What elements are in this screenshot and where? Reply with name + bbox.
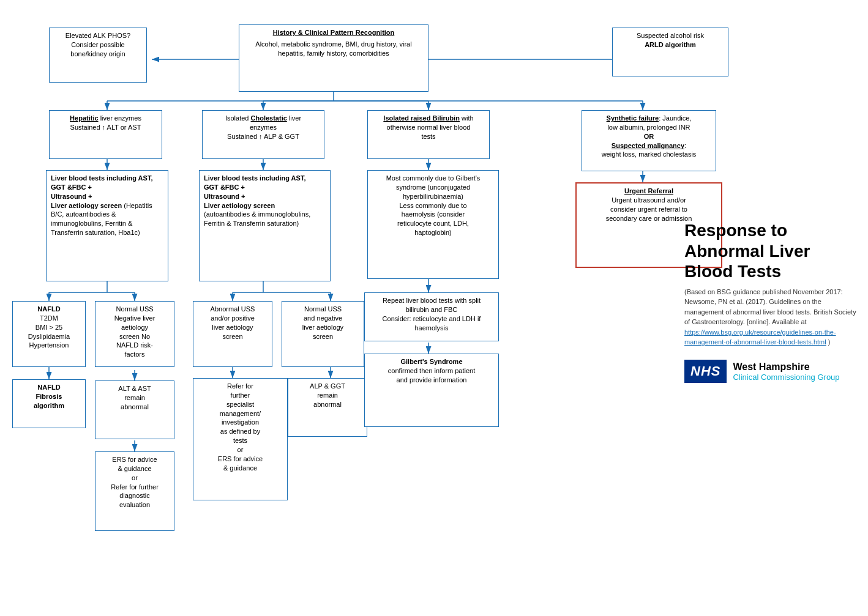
normal-uss2-box: Normal USSand negativeliver aetiologyscr… [282, 301, 364, 367]
hep-tests-text: Liver blood tests including AST,GGT &FBC… [51, 174, 163, 237]
nhs-org-text: West Hampshire Clinical Commissioning Gr… [733, 361, 839, 382]
response-title: Response to Abnormal Liver Blood Tests [684, 220, 862, 282]
hep-tests-box: Liver blood tests including AST,GGT &FBC… [46, 170, 168, 281]
diagram: History & Clinical Pattern Recognition A… [0, 0, 868, 616]
side-panel: Response to Abnormal Liver Blood Tests (… [684, 220, 862, 383]
bilirubin-text: Isolated raised Bilirubin withotherwise … [372, 114, 485, 141]
alkphos-text: Elevated ALK PHOS? Consider possible bon… [54, 31, 142, 59]
hepatitic-text: Hepatitic liver enzymesSustained ↑ ALT o… [54, 114, 157, 132]
refer-specialist-text: Refer forfurtherspecialistmanagement/inv… [198, 382, 283, 472]
link-suffix: ) [828, 338, 831, 346]
normal-uss-text: Normal USSNegative liveraetiologyscreen … [100, 305, 170, 359]
alkphos-box: Elevated ALK PHOS? Consider possible bon… [49, 28, 147, 83]
cholestatic-box: Isolated Cholestatic liverenzymesSustain… [202, 110, 324, 159]
arld-box: Suspected alcohol riskARLD algorithm [612, 28, 728, 76]
alp-ggt-text: ALP & GGTremainabnormal [293, 382, 362, 409]
nafld-risk-text: NAFLDT2DMBMI > 25DyslipidaemiaHypertensi… [17, 305, 81, 350]
alt-ast-box: ALT & ASTremainabnormal [95, 380, 174, 439]
arld-text: Suspected alcohol riskARLD algorithm [617, 31, 724, 50]
alp-ggt-box: ALP & GGTremainabnormal [288, 378, 367, 437]
normal-uss2-text: Normal USSand negativeliver aetiologyscr… [286, 305, 359, 341]
history-box: History & Clinical Pattern Recognition A… [239, 24, 428, 92]
abnormal-uss-box: Abnormal USSand/or positiveliver aetiolo… [193, 301, 272, 367]
synthetic-box: Synthetic failure: Jaundice,low albumin,… [582, 110, 716, 171]
history-subtitle: Alcohol, metabolic syndrome, BMI, drug h… [244, 40, 424, 58]
nhs-badge: NHS [684, 360, 727, 383]
org-sub: Clinical Commissioning Group [733, 373, 839, 382]
repeat-lbt-text: Repeat liver blood tests with splitbilir… [369, 296, 494, 332]
gilberts-text: Gilbert's Syndromeconfirmed then inform … [369, 357, 494, 385]
gilberts-box: Gilbert's Syndromeconfirmed then inform … [364, 354, 499, 427]
response-description: (Based on BSG guidance published Novembe… [684, 287, 862, 347]
nafld-fibrosis-text: NAFLDFibrosisalgorithm [17, 383, 81, 410]
refer-specialist-box: Refer forfurtherspecialistmanagement/inv… [193, 378, 288, 500]
nhs-logo: NHS West Hampshire Clinical Commissionin… [684, 360, 862, 383]
cholestatic-text: Isolated Cholestatic liverenzymesSustain… [207, 114, 320, 141]
bilirubin-info-text: Most commonly due to Gilbert'ssyndrome (… [372, 174, 494, 237]
bsg-link[interactable]: https://www.bsg.org.uk/resource/guidelin… [684, 328, 836, 346]
nafld-risk-box: NAFLDT2DMBMI > 25DyslipidaemiaHypertensi… [12, 301, 86, 367]
urgent-text: Urgent ReferralUrgent ultrasound and/orc… [581, 187, 717, 223]
normal-uss-box: Normal USSNegative liveraetiologyscreen … [95, 301, 174, 367]
chol-tests-box: Liver blood tests including AST,GGT &FBC… [199, 170, 331, 281]
response-desc-text: (Based on BSG guidance published Novembe… [684, 288, 856, 326]
abnormal-uss-text: Abnormal USSand/or positiveliver aetiolo… [198, 305, 268, 341]
history-title: History & Clinical Pattern Recognition [244, 28, 424, 37]
bilirubin-box: Isolated raised Bilirubin withotherwise … [367, 110, 490, 159]
hepatitic-box: Hepatitic liver enzymesSustained ↑ ALT o… [49, 110, 162, 159]
synthetic-text: Synthetic failure: Jaundice,low albumin,… [586, 114, 711, 159]
ers-advice-text: ERS for advice& guidanceorRefer for furt… [100, 455, 170, 510]
alt-ast-text: ALT & ASTremainabnormal [100, 384, 170, 412]
chol-tests-text: Liver blood tests including AST,GGT &FBC… [204, 174, 326, 228]
bilirubin-info-box: Most commonly due to Gilbert'ssyndrome (… [367, 170, 499, 279]
repeat-lbt-box: Repeat liver blood tests with splitbilir… [364, 292, 499, 341]
ers-advice-box: ERS for advice& guidanceorRefer for furt… [95, 451, 174, 531]
org-name: West Hampshire [733, 361, 839, 373]
nafld-fibrosis-box: NAFLDFibrosisalgorithm [12, 379, 86, 428]
